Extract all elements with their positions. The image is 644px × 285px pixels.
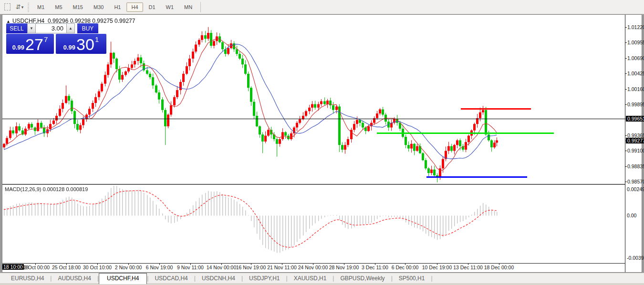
price-axis-label: 1.00160 bbox=[627, 86, 644, 92]
timeframe-button-h1[interactable]: H1 bbox=[109, 2, 125, 12]
chart-tab-sp500-h1[interactable]: SP500,H1 bbox=[393, 274, 431, 284]
macd-indicator-canvas[interactable] bbox=[2, 185, 625, 263]
sell-price-sup: 7 bbox=[44, 35, 48, 43]
time-axis-label: 6 Nov 19:00 bbox=[146, 265, 173, 270]
status-bar bbox=[0, 283, 644, 285]
toolbar-grip bbox=[27, 2, 30, 12]
timeframe-button-m5[interactable]: M5 bbox=[50, 2, 67, 12]
price-axis-tick bbox=[625, 182, 627, 182]
time-axis-label: 30 Oct 10:00 bbox=[83, 265, 112, 270]
time-axis-label: 10 Dec 19:00 bbox=[422, 265, 452, 270]
time-axis-label: 2 Nov 00:00 bbox=[115, 265, 142, 270]
time-axis-label: 18 Dec 00:00 bbox=[484, 265, 514, 270]
time-axis-label: 28 Nov 19:00 bbox=[329, 265, 359, 270]
trading-platform-window: ⇵▾ M1M5M15M30H1H4D1W1MN ▲USDCHF,H4 0.992… bbox=[0, 0, 644, 285]
price-axis-tick bbox=[625, 42, 627, 43]
macd-axis-label: -0.003913 bbox=[627, 255, 644, 261]
timeframe-button-mn[interactable]: MN bbox=[179, 2, 197, 12]
macd-indicator-label: MACD(12,26,9) 0.000128 0.000819 bbox=[5, 186, 88, 192]
chart-shift-icon[interactable] bbox=[2, 2, 12, 12]
price-axis-label: 1.00955 bbox=[627, 40, 644, 45]
auto-arrange-icon[interactable]: ⇵▾ bbox=[14, 2, 25, 12]
buy-price-display[interactable]: 0.99 30 1 bbox=[56, 34, 106, 54]
toolbar-separator bbox=[200, 2, 201, 12]
chart-tab-gbpusd-weekly[interactable]: GBPUSD,Weekly bbox=[334, 274, 391, 284]
price-axis-tick bbox=[625, 27, 627, 28]
top-toolbar: ⇵▾ M1M5M15M30H1H4D1W1MN bbox=[0, 0, 644, 14]
chart-tab-xauusd-h1[interactable]: XAUUSD,H1 bbox=[288, 274, 333, 284]
macd-pane-bottom-frame bbox=[2, 263, 625, 264]
chart-tab-eurusd-h4[interactable]: EURUSD,H4 bbox=[5, 274, 50, 284]
time-axis-label: 9 Nov 11:00 bbox=[177, 265, 204, 270]
price-axis-tick bbox=[625, 151, 627, 151]
price-axis-label: 1.00690 bbox=[627, 55, 644, 61]
volume-decrease-button[interactable]: ▼ bbox=[27, 23, 36, 33]
sell-price-display[interactable]: 0.99 27 7 bbox=[6, 34, 54, 54]
tab-separator: | bbox=[431, 275, 432, 284]
chart-tab-audusd-h4[interactable]: AUDUSD,H4 bbox=[52, 274, 97, 284]
timeframe-button-m30[interactable]: M30 bbox=[89, 2, 108, 12]
time-axis-label: 24 Nov 00:00 bbox=[298, 265, 328, 270]
time-axis-label: 13 Dec 11:00 bbox=[453, 265, 483, 270]
timeframe-button-m1[interactable]: M1 bbox=[32, 2, 49, 12]
volume-increase-button[interactable]: ▲ bbox=[66, 23, 75, 33]
buy-price-prefix: 0.99 bbox=[63, 44, 75, 51]
chevron-down-icon: ▾ bbox=[21, 5, 24, 10]
time-axis-label: 6 Dec 00:00 bbox=[392, 265, 419, 270]
time-axis-label: 21 Nov 11:00 bbox=[267, 265, 297, 270]
chart-shift-icon-glyph bbox=[4, 3, 10, 10]
sell-price-prefix: 0.99 bbox=[12, 44, 24, 51]
price-axis-tick bbox=[625, 89, 627, 90]
price-axis-label: 1.01220 bbox=[627, 24, 644, 30]
buy-button[interactable]: BUY bbox=[77, 23, 98, 33]
timeframe-button-d1[interactable]: D1 bbox=[144, 2, 160, 12]
price-axis-tick bbox=[625, 104, 627, 105]
chart-tab-usdcnh-h4[interactable]: USDCNH,H4 bbox=[196, 274, 241, 284]
price-axis-label: 1.00425 bbox=[627, 71, 644, 76]
chart-tab-bar: EURUSD,H4|AUDUSD,H4|USDCHF,H4|USDCAD,H4|… bbox=[0, 273, 644, 284]
one-click-trade-panel: SELL ▼ 3.00 ▲ BUY 0.99 27 7 0.99 30 1 bbox=[6, 23, 106, 54]
time-axis-label: 3 Dec 11:00 bbox=[362, 265, 388, 270]
timeframe-bar: M1M5M15M30H1H4D1W1MN bbox=[32, 0, 197, 14]
price-axis-divider bbox=[625, 15, 625, 272]
price-axis-label: 0.99100 bbox=[627, 148, 644, 153]
time-axis-label: 16 Nov 19:00 bbox=[236, 265, 266, 270]
price-axis-label: 0.98570 bbox=[627, 179, 644, 184]
price-axis-tick bbox=[625, 73, 627, 74]
price-axis-label: 0.99895 bbox=[627, 102, 644, 107]
buy-price-sup: 1 bbox=[95, 35, 99, 43]
price-axis-label: 0.98835 bbox=[627, 163, 644, 169]
price-axis-highlight-label: 0.99277 bbox=[626, 138, 644, 143]
time-axis-label: 14 Nov 00:00 bbox=[207, 265, 236, 270]
timeframe-button-w1[interactable]: W1 bbox=[161, 2, 179, 12]
sell-price-big: 27 bbox=[25, 35, 43, 54]
price-axis-tick bbox=[625, 135, 627, 136]
chart-tab-usdjpy-h1[interactable]: USDJPY,H1 bbox=[243, 274, 286, 284]
volume-input[interactable]: 3.00 bbox=[36, 23, 66, 33]
time-axis-label: 25 Oct 18:00 bbox=[52, 265, 81, 270]
macd-axis-label: 0.002492 bbox=[627, 186, 644, 192]
price-axis-highlight-label: 0.99651 bbox=[626, 116, 644, 122]
time-axis-label: 23 Oct 00:00 bbox=[21, 265, 50, 270]
timeframe-button-m15[interactable]: M15 bbox=[68, 2, 88, 12]
macd-axis-label: 0.00 bbox=[627, 213, 636, 218]
price-axis-tick bbox=[625, 166, 627, 167]
sell-button[interactable]: SELL bbox=[6, 23, 27, 33]
buy-price-big: 30 bbox=[76, 35, 94, 54]
price-axis-tick bbox=[625, 58, 627, 59]
chart-tab-usdchf-h4[interactable]: USDCHF,H4 bbox=[99, 273, 147, 284]
auto-arrange-icon-glyph: ⇵ bbox=[16, 3, 21, 10]
timeframe-button-h4[interactable]: H4 bbox=[126, 2, 143, 12]
chart-tab-usdcad-h4[interactable]: USDCAD,H4 bbox=[148, 274, 194, 284]
